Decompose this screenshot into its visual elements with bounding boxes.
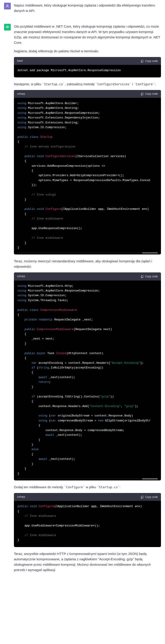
copy-code-button[interactable]: Copy code bbox=[140, 92, 158, 95]
assistant-paragraph: Następnie, w pliku `Startup.cs`, zaktual… bbox=[14, 82, 161, 87]
assistant-message: Oto przykład middleware w .NET Core, któ… bbox=[0, 21, 165, 580]
svg-rect-2 bbox=[142, 60, 143, 62]
svg-point-0 bbox=[7, 5, 8, 6]
scrollbar-thumb[interactable] bbox=[142, 252, 158, 254]
code-content[interactable]: using Microsoft.AspNetCore.Http; using M… bbox=[14, 280, 161, 481]
code-header: csharp Copy code bbox=[14, 272, 161, 280]
clipboard-icon bbox=[140, 275, 144, 278]
svg-rect-5 bbox=[142, 496, 143, 498]
code-block-csharp-1: csharp Copy code using Microsoft.AspNetC… bbox=[14, 90, 161, 255]
assistant-paragraph: Najpierw, dodaj referencję do pakietu Nu… bbox=[14, 48, 161, 54]
code-header: csharp Copy code bbox=[14, 493, 161, 501]
code-lang-label: csharp bbox=[17, 495, 25, 499]
clipboard-icon bbox=[140, 60, 144, 62]
user-avatar bbox=[4, 3, 11, 10]
assistant-paragraph: Teraz, możemy stworzyć niestandardowy mi… bbox=[14, 258, 161, 269]
assistant-paragraph: Teraz, wszystkie odpowiedzi HTTP z kompr… bbox=[14, 551, 161, 573]
clipboard-icon bbox=[140, 496, 144, 498]
code-block-csharp-2: csharp Copy code using Microsoft.AspNetC… bbox=[14, 272, 161, 480]
user-prompt-text: Napisz middleware, który obsługuje kompr… bbox=[14, 3, 161, 14]
code-header: csharp Copy code bbox=[14, 90, 161, 98]
code-lang-label: csharp bbox=[17, 92, 25, 96]
clipboard-icon bbox=[140, 92, 144, 95]
scrollbar-thumb[interactable] bbox=[142, 478, 158, 480]
code-block-csharp-3: csharp Copy code public void Configure(I… bbox=[14, 493, 161, 547]
code-content[interactable]: using Microsoft.AspNetCore.Builder; usin… bbox=[14, 98, 161, 255]
horizontal-scrollbar[interactable] bbox=[17, 252, 158, 254]
copy-code-button[interactable]: Copy code bbox=[140, 275, 158, 278]
code-content[interactable]: dotnet add package Microsoft.AspNetCore.… bbox=[14, 65, 161, 77]
assistant-avatar bbox=[4, 24, 11, 30]
code-lang-label: bash bbox=[17, 59, 23, 63]
svg-rect-3 bbox=[142, 93, 143, 95]
copy-code-button[interactable]: Copy code bbox=[140, 496, 158, 498]
svg-rect-4 bbox=[142, 275, 143, 277]
code-lang-label: csharp bbox=[17, 274, 25, 278]
horizontal-scrollbar[interactable] bbox=[17, 478, 158, 480]
code-content[interactable]: public void Configure(IApplicationBuilde… bbox=[14, 501, 161, 547]
assistant-paragraph: Oto przykład middleware w .NET Core, któ… bbox=[14, 24, 161, 45]
assistant-paragraph: Dodaj ten middleware do metody `Configur… bbox=[14, 484, 161, 490]
user-message: Napisz middleware, który obsługuje kompr… bbox=[0, 0, 165, 21]
code-block-bash: bash Copy code dotnet add package Micros… bbox=[14, 57, 161, 78]
copy-code-button[interactable]: Copy code bbox=[140, 60, 158, 62]
code-header: bash Copy code bbox=[14, 57, 161, 65]
